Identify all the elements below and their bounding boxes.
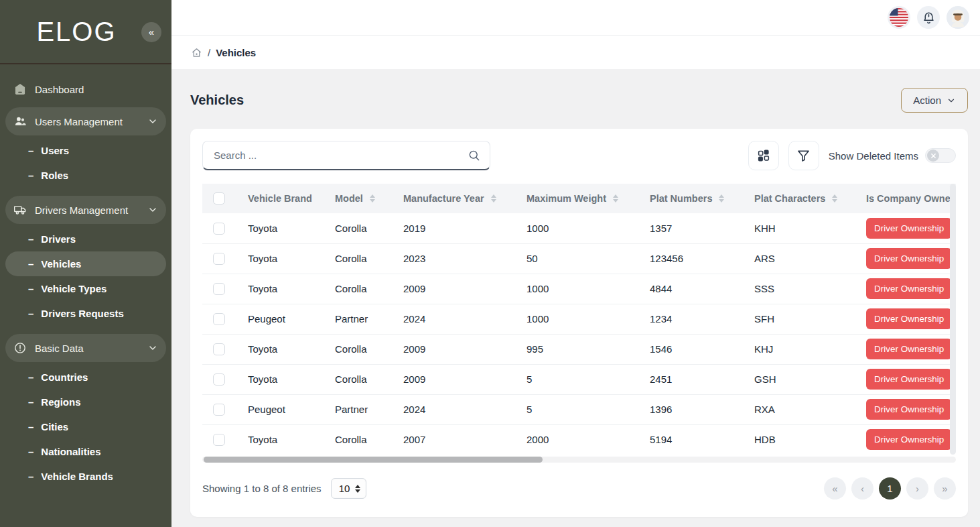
cell-plat-characters: ARS: [744, 243, 855, 274]
sidebar-group-drivers-management[interactable]: Drivers Management: [5, 196, 166, 224]
driver-ownership-button[interactable]: Driver Ownership: [866, 369, 952, 390]
cell-plat-characters: HDB: [744, 424, 855, 455]
page-size-value: 10: [339, 483, 350, 494]
col-model[interactable]: Model: [324, 184, 393, 213]
user-avatar-button[interactable]: [947, 6, 969, 29]
row-checkbox[interactable]: [213, 313, 225, 325]
sidebar-item-drivers[interactable]: Drivers: [5, 227, 166, 251]
chevron-down-icon: [147, 204, 158, 215]
col-plat-numbers[interactable]: Plat Numbers: [639, 184, 744, 213]
pagination-last-button[interactable]: »: [934, 477, 956, 500]
pagination-next-button[interactable]: ›: [906, 477, 928, 500]
show-deleted-toggle[interactable]: [925, 148, 956, 163]
row-checkbox[interactable]: [213, 434, 225, 446]
horizontal-scrollbar-thumb[interactable]: [204, 457, 543, 463]
home-icon[interactable]: [191, 47, 202, 58]
column-settings-button[interactable]: [748, 141, 779, 170]
pagination-prev-button[interactable]: ‹: [851, 477, 873, 500]
cell-manufacture-year: 2007: [393, 424, 516, 455]
col-plat-characters[interactable]: Plat Characters: [744, 184, 855, 213]
cell-model: Partner: [324, 304, 393, 334]
row-checkbox[interactable]: [213, 283, 225, 295]
action-dropdown-button[interactable]: Action: [901, 88, 968, 113]
cell-manufacture-year: 2009: [393, 274, 516, 304]
sidebar-item-regions[interactable]: Regions: [5, 390, 166, 414]
sidebar-item-label: Drivers: [41, 233, 76, 245]
app-root: ELOG « Dashboard Users Management Users …: [0, 0, 980, 527]
cell-maximum-weight: 50: [516, 243, 639, 274]
cell-plat-characters: KHH: [744, 213, 855, 243]
sidebar-item-countries[interactable]: Countries: [5, 365, 166, 390]
vertical-scrollbar[interactable]: [950, 184, 956, 455]
sidebar-group-users-management[interactable]: Users Management: [5, 107, 166, 135]
col-is-company-owner: Is Company Owner: [855, 184, 956, 213]
row-checkbox[interactable]: [213, 343, 225, 355]
cell-plat-numbers: 1234: [639, 304, 744, 334]
page-size-select[interactable]: 10: [331, 478, 367, 499]
row-checkbox[interactable]: [213, 404, 225, 416]
sidebar-item-cities[interactable]: Cities: [5, 414, 166, 439]
filter-icon: [796, 148, 811, 164]
cell-vehicle-brand: Toyota: [237, 334, 324, 364]
sort-icon: [832, 194, 837, 202]
cell-manufacture-year: 2024: [393, 304, 516, 334]
row-checkbox[interactable]: [213, 373, 225, 386]
driver-ownership-button[interactable]: Driver Ownership: [866, 429, 952, 450]
driver-ownership-button[interactable]: Driver Ownership: [866, 248, 952, 269]
pagination-page-1-button[interactable]: 1: [879, 477, 901, 500]
cell-maximum-weight: 1000: [516, 304, 639, 334]
submenu-drivers-management: Drivers Vehicles Vehicle Types Drivers R…: [5, 224, 166, 330]
collapse-chevrons-icon: «: [149, 26, 154, 38]
sidebar-collapse-button[interactable]: «: [141, 22, 161, 42]
table-row: Toyota Corolla 2023 50 123456 ARS Driver…: [202, 243, 956, 274]
search-input[interactable]: [202, 141, 490, 170]
notifications-button[interactable]: [917, 6, 940, 29]
driver-ownership-button[interactable]: Driver Ownership: [866, 308, 952, 329]
sidebar-logo-row: ELOG «: [0, 0, 171, 64]
driver-ownership-button[interactable]: Driver Ownership: [866, 339, 952, 359]
row-checkbox[interactable]: [213, 223, 225, 235]
sidebar-group-basic-data[interactable]: Basic Data: [5, 334, 166, 362]
driver-ownership-button[interactable]: Driver Ownership: [866, 218, 952, 239]
table-row: Toyota Corolla 2019 1000 1357 KHH Driver…: [202, 213, 956, 243]
cell-plat-numbers: 2451: [639, 364, 744, 394]
grid-icon: [756, 148, 771, 163]
sidebar: ELOG « Dashboard Users Management Users …: [0, 0, 171, 527]
filter-button[interactable]: [788, 141, 819, 170]
bell-icon: [922, 11, 936, 25]
driver-ownership-button[interactable]: Driver Ownership: [866, 278, 952, 299]
toggle-knob: [927, 150, 939, 162]
cell-plat-numbers: 123456: [639, 243, 744, 274]
col-maximum-weight[interactable]: Maximum Weight: [516, 184, 639, 213]
footer-left: Showing 1 to 8 of 8 entries 10: [202, 478, 366, 499]
cell-model: Corolla: [324, 334, 393, 364]
breadcrumb-separator: /: [208, 47, 210, 58]
page-title: Vehicles: [190, 93, 244, 108]
search-icon: [468, 149, 481, 162]
cell-model: Corolla: [324, 243, 393, 274]
sort-icon: [491, 194, 496, 202]
select-all-checkbox[interactable]: [213, 192, 225, 204]
sidebar-item-drivers-requests[interactable]: Drivers Requests: [5, 301, 166, 326]
row-checkbox[interactable]: [213, 253, 225, 265]
sidebar-item-vehicle-types[interactable]: Vehicle Types: [5, 276, 166, 301]
us-flag-icon: [890, 8, 908, 27]
sidebar-item-vehicles[interactable]: Vehicles: [5, 251, 166, 276]
driver-ownership-button[interactable]: Driver Ownership: [866, 399, 952, 420]
sidebar-item-vehicle-brands[interactable]: Vehicle Brands: [5, 464, 166, 489]
sidebar-item-users[interactable]: Users: [5, 138, 166, 163]
action-button-label: Action: [913, 95, 941, 106]
sidebar-menu: Dashboard Users Management Users Roles D…: [0, 64, 171, 493]
col-manufacture-year[interactable]: Manufacture Year: [393, 184, 516, 213]
sidebar-item-nationalities[interactable]: Nationalities: [5, 439, 166, 464]
sidebar-item-roles[interactable]: Roles: [5, 163, 166, 188]
sidebar-item-dashboard[interactable]: Dashboard: [5, 75, 166, 103]
cell-vehicle-brand: Toyota: [237, 274, 324, 304]
language-flag-button[interactable]: [888, 6, 910, 29]
table-wrap: Vehicle Brand Model Manufacture Year Max…: [202, 184, 956, 455]
cell-maximum-weight: 2000: [516, 424, 639, 455]
cell-vehicle-brand: Toyota: [237, 243, 324, 274]
pagination-first-button[interactable]: «: [824, 477, 846, 500]
cell-maximum-weight: 1000: [516, 213, 639, 243]
info-circle-icon: [13, 341, 27, 355]
